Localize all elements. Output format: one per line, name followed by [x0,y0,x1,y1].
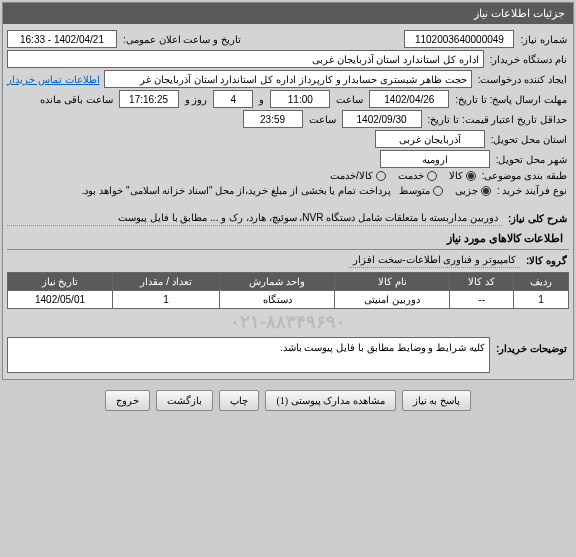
validity-date: 1402/09/30 [342,110,422,128]
exit-button[interactable]: خروج [105,390,150,411]
need-no-value: 1102003640000049 [404,30,514,48]
back-button[interactable]: بازگشت [156,390,213,411]
radio-goods[interactable]: کالا [449,170,476,181]
td-name: دوربین امنیتی [335,291,450,309]
radio-icon [376,171,386,181]
and-label: و [257,94,266,105]
buyer-value: اداره کل استاندارد استان آذربایجان غربی [7,50,484,68]
goods-section-title: اطلاعات کالاهای مورد نیاز [7,228,569,250]
button-bar: پاسخ به نیاز مشاهده مدارک پیوستی (1) چاپ… [0,382,576,419]
radio-both[interactable]: کالا/خدمت [330,170,386,181]
td-qty: 1 [112,291,219,309]
phone-watermark: ۰۲۱-۸۸۳۴۹۶۹۰ [7,309,569,335]
payment-note: پرداخت تمام یا بخشی از مبلغ خرید،از محل … [78,183,395,198]
city-value: ارومیه [380,150,490,168]
process-label: نوع فرآیند خرید : [495,185,569,196]
creator-value: حجت ظاهر شبستری حسابدار و کارپرداز اداره… [104,70,472,88]
pubdate-value: 1402/04/21 - 16:33 [7,30,117,48]
creator-label: ایجاد کننده درخواست: [476,74,569,85]
notes-value: کلیه شرایط و وضایط مطابق با فایل پیوست ب… [7,337,490,373]
td-row: 1 [513,291,568,309]
pubdate-label: تاریخ و ساعت اعلان عمومی: [121,34,243,45]
radio-service[interactable]: خدمت [398,170,437,181]
city-label: شهر محل تحویل: [494,154,569,165]
category-radio-group: کالا خدمت کالا/خدمت [330,170,476,181]
day-label: روز و [183,94,210,105]
td-code: -- [450,291,514,309]
radio-med[interactable]: متوسط [399,185,443,196]
validity-label: حداقل تاریخ اعتبار قیمت: تا تاریخ: [426,114,569,125]
td-unit: دستگاه [220,291,335,309]
time-label-2: ساعت [307,114,338,125]
desc-label: شرح کلی نیاز: [506,213,569,224]
goods-table: ردیف کد کالا نام کالا واحد شمارش تعداد /… [7,272,569,309]
countdown: 17:16:25 [119,90,179,108]
th-name: نام کالا [335,273,450,291]
province-label: استان محل تحویل: [489,134,569,145]
th-code: کد کالا [450,273,514,291]
print-button[interactable]: چاپ [219,390,259,411]
validity-time: 23:59 [243,110,303,128]
deadline-label: مهلت ارسال پاسخ: تا تاریخ: [453,94,569,105]
table-row: 1 -- دوربین امنیتی دستگاه 1 1402/05/01 [8,291,569,309]
attachments-button[interactable]: مشاهده مدارک پیوستی (1) [265,390,395,411]
panel-title: جزئیات اطلاعات نیاز [3,3,573,24]
days-value: 4 [213,90,253,108]
need-no-label: شماره نیاز: [518,34,569,45]
th-qty: تعداد / مقدار [112,273,219,291]
notes-label: توضیحات خریدار: [494,337,569,354]
table-header-row: ردیف کد کالا نام کالا واحد شمارش تعداد /… [8,273,569,291]
category-label: طبقه بندی موضوعی: [480,170,569,181]
group-value: کامپیوتر و فناوری اطلاعات-سخت افزار [349,252,519,268]
radio-icon [466,171,476,181]
th-row: ردیف [513,273,568,291]
td-date: 1402/05/01 [8,291,113,309]
province-value: آذربایجان غربی [375,130,485,148]
radio-low[interactable]: جزیی [455,185,491,196]
radio-icon [427,171,437,181]
radio-icon [481,186,491,196]
process-radio-group: جزیی متوسط [399,185,491,196]
desc-value: دوربین مداربسته با متعلقات شامل دستگاه N… [7,210,502,226]
th-unit: واحد شمارش [220,273,335,291]
deadline-date: 1402/04/26 [369,90,449,108]
remaining-label: ساعت باقی مانده [38,94,115,105]
time-label-1: ساعت [334,94,365,105]
th-date: تاریخ نیاز [8,273,113,291]
contact-link[interactable]: اطلاعات تماس خریدار [7,74,100,85]
group-label: گروه کالا: [524,255,569,266]
buyer-label: نام دستگاه خریدار: [488,54,569,65]
details-panel: جزئیات اطلاعات نیاز شماره نیاز: 11020036… [2,2,574,380]
radio-icon [433,186,443,196]
deadline-time: 11:00 [270,90,330,108]
reply-button[interactable]: پاسخ به نیاز [402,390,471,411]
